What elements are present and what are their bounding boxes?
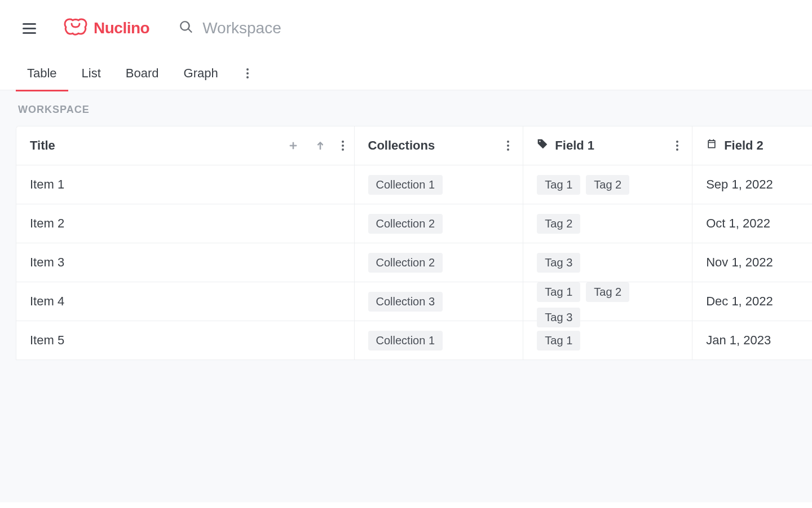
search-input[interactable] — [202, 19, 428, 37]
column-title-label: Title — [30, 138, 55, 153]
content-area: WORKSPACE Title Collectio — [0, 90, 812, 502]
collection-chip[interactable]: Collection 2 — [368, 214, 443, 234]
table-row[interactable]: Item 1Collection 1Tag 1Tag 2Sep 1, 2022 — [16, 165, 812, 204]
app-name: Nuclino — [94, 19, 149, 37]
date-value: Sep 1, 2022 — [706, 177, 773, 192]
tag-chip[interactable]: Tag 2 — [586, 282, 629, 302]
column-field1-label: Field 1 — [555, 138, 594, 153]
tab-graph[interactable]: Graph — [184, 56, 218, 91]
column-collections-label: Collections — [368, 138, 435, 153]
cell-collections[interactable]: Collection 2 — [355, 243, 524, 282]
table-row[interactable]: Item 4Collection 3Tag 1Tag 2Tag 3Dec 1, … — [16, 282, 812, 321]
cell-field2[interactable]: Oct 1, 2022 — [692, 204, 812, 243]
arrow-up-icon[interactable] — [315, 140, 326, 151]
collection-chip[interactable]: Collection 1 — [368, 175, 443, 195]
item-title: Item 3 — [30, 255, 64, 270]
collection-chip[interactable]: Collection 3 — [368, 292, 443, 312]
cell-collections[interactable]: Collection 1 — [355, 321, 524, 360]
cell-title[interactable]: Item 3 — [16, 243, 355, 282]
date-value: Oct 1, 2022 — [706, 216, 770, 231]
item-title: Item 4 — [30, 294, 64, 309]
cell-field2[interactable]: Jan 1, 2023 — [692, 321, 812, 360]
cell-field1[interactable]: Tag 2 — [523, 204, 692, 243]
cell-collections[interactable]: Collection 2 — [355, 204, 524, 243]
column-header-title[interactable]: Title — [16, 126, 355, 165]
search-icon[interactable] — [179, 20, 193, 37]
section-label: WORKSPACE — [0, 104, 812, 126]
cell-collections[interactable]: Collection 1 — [355, 165, 524, 204]
app-header: Nuclino — [0, 0, 812, 56]
tag-icon — [537, 138, 548, 153]
cell-field1[interactable]: Tag 1Tag 2Tag 3 — [523, 282, 692, 321]
tag-list: Tag 1Tag 2 — [537, 175, 629, 195]
date-value: Nov 1, 2022 — [706, 255, 773, 270]
table-row[interactable]: Item 2Collection 2Tag 2Oct 1, 2022 — [16, 204, 812, 243]
app-logo[interactable]: Nuclino — [63, 17, 149, 40]
tag-chip[interactable]: Tag 3 — [537, 253, 580, 273]
cell-title[interactable]: Item 4 — [16, 282, 355, 321]
tag-chip[interactable]: Tag 1 — [537, 282, 580, 302]
cell-title[interactable]: Item 5 — [16, 321, 355, 360]
tag-list: Tag 1 — [537, 331, 580, 351]
tab-board[interactable]: Board — [126, 56, 159, 91]
column-header-field1[interactable]: Field 1 — [523, 126, 692, 165]
data-table: Title Collections — [16, 126, 812, 360]
column-header-field2[interactable]: Field 2 — [692, 126, 812, 165]
tabs-more-icon[interactable] — [243, 65, 252, 82]
table-body: Item 1Collection 1Tag 1Tag 2Sep 1, 2022I… — [16, 165, 812, 360]
item-title: Item 2 — [30, 216, 64, 231]
table-row[interactable]: Item 3Collection 2Tag 3Nov 1, 2022 — [16, 243, 812, 282]
tag-list: Tag 3 — [537, 253, 580, 273]
cell-title[interactable]: Item 2 — [16, 204, 355, 243]
cell-field2[interactable]: Sep 1, 2022 — [692, 165, 812, 204]
tag-list: Tag 2 — [537, 214, 580, 234]
title-column-actions — [288, 140, 344, 151]
tag-list: Tag 1Tag 2Tag 3 — [537, 282, 678, 327]
hamburger-menu-icon[interactable] — [23, 20, 38, 36]
search-bar — [179, 19, 428, 37]
cell-field1[interactable]: Tag 1 — [523, 321, 692, 360]
item-title: Item 1 — [30, 177, 64, 192]
calendar-icon — [706, 138, 717, 153]
view-tabs: Table List Board Graph — [0, 56, 812, 90]
cell-collections[interactable]: Collection 3 — [355, 282, 524, 321]
collection-chip[interactable]: Collection 2 — [368, 253, 443, 273]
brain-icon — [63, 17, 88, 40]
table-row[interactable]: Item 5Collection 1Tag 1Jan 1, 2023 — [16, 321, 812, 360]
cell-field2[interactable]: Nov 1, 2022 — [692, 243, 812, 282]
tab-list[interactable]: List — [82, 56, 101, 91]
date-value: Dec 1, 2022 — [706, 294, 773, 309]
cell-field2[interactable]: Dec 1, 2022 — [692, 282, 812, 321]
collection-chip[interactable]: Collection 1 — [368, 331, 443, 351]
cell-field1[interactable]: Tag 1Tag 2 — [523, 165, 692, 204]
tab-table[interactable]: Table — [27, 56, 57, 91]
column-field2-label: Field 2 — [724, 138, 764, 153]
more-vertical-icon[interactable] — [676, 141, 678, 151]
item-title: Item 5 — [30, 333, 64, 348]
more-vertical-icon[interactable] — [507, 141, 509, 151]
cell-field1[interactable]: Tag 3 — [523, 243, 692, 282]
more-vertical-icon[interactable] — [342, 141, 344, 151]
tag-chip[interactable]: Tag 2 — [586, 175, 629, 195]
cell-title[interactable]: Item 1 — [16, 165, 355, 204]
date-value: Jan 1, 2023 — [706, 333, 771, 348]
tag-chip[interactable]: Tag 1 — [537, 175, 580, 195]
plus-icon[interactable] — [288, 140, 299, 151]
tag-chip[interactable]: Tag 2 — [537, 214, 580, 234]
column-header-collections[interactable]: Collections — [355, 126, 524, 165]
table-header-row: Title Collections — [16, 126, 812, 165]
tag-chip[interactable]: Tag 1 — [537, 331, 580, 351]
